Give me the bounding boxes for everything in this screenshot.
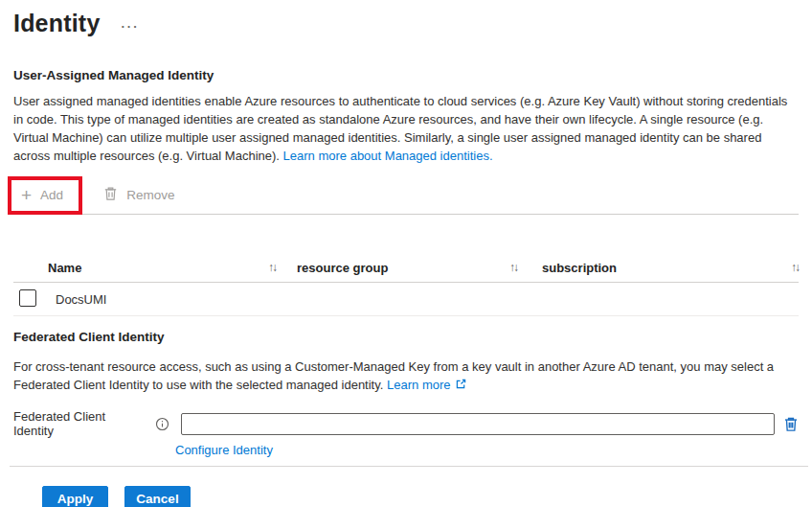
row-checkbox-cell: [13, 289, 48, 310]
remove-button[interactable]: Remove: [96, 180, 182, 210]
sort-icon[interactable]: ↑↓: [268, 261, 276, 274]
table-row[interactable]: DocsUMI: [13, 283, 799, 316]
federated-identity-field-row: Federated Client Identity: [13, 409, 799, 438]
umi-description: User assigned managed identities enable …: [13, 92, 799, 165]
row-name-cell: DocsUMI: [56, 292, 106, 307]
page-header: Identity ···: [13, 10, 799, 37]
footer-divider: [10, 466, 808, 467]
add-button-label: Add: [40, 188, 63, 202]
footer-actions: Apply Cancel: [42, 486, 799, 507]
umi-table-header: Name ↑↓ resource group ↑↓ subscription ↑…: [13, 253, 799, 283]
trash-icon: [103, 186, 118, 204]
column-name-label: Name: [48, 261, 81, 275]
federated-identity-input[interactable]: [181, 413, 775, 435]
umi-toolbar: + Add Remove: [13, 176, 799, 215]
federated-section-heading: Federated Client Identity: [13, 330, 799, 344]
managed-identities-learn-more-link[interactable]: Learn more about Managed identities.: [283, 149, 493, 163]
configure-identity-link[interactable]: Configure Identity: [175, 443, 273, 457]
page-title: Identity: [13, 10, 101, 37]
row-checkbox[interactable]: [19, 289, 36, 307]
column-subscription-label: subscription: [542, 261, 617, 275]
column-header-name[interactable]: Name ↑↓: [48, 261, 289, 275]
umi-section-heading: User-Assigned Managed Identity: [13, 68, 799, 82]
plus-icon: +: [21, 188, 32, 203]
configure-identity-row: Configure Identity: [175, 443, 799, 457]
federated-identity-field-label: Federated Client Identity: [13, 409, 147, 438]
annotation-highlight-box: + Add: [8, 176, 82, 215]
remove-button-label: Remove: [126, 188, 174, 202]
delete-identity-trash-icon[interactable]: [783, 416, 799, 432]
identity-page: Identity ··· User-Assigned Managed Ident…: [0, 0, 812, 507]
column-header-resource-group[interactable]: resource group ↑↓: [289, 261, 530, 275]
info-icon[interactable]: [155, 417, 169, 431]
ellipsis-icon: ···: [122, 19, 140, 34]
sort-icon[interactable]: ↑↓: [509, 261, 517, 274]
external-link-icon[interactable]: [456, 378, 466, 392]
column-header-subscription[interactable]: subscription ↑↓: [530, 261, 799, 275]
cancel-button[interactable]: Cancel: [124, 486, 191, 507]
umi-table: Name ↑↓ resource group ↑↓ subscription ↑…: [13, 253, 799, 316]
add-button[interactable]: + Add: [13, 182, 71, 209]
federated-description: For cross-tenant resource access, such a…: [13, 357, 799, 394]
more-options-button[interactable]: ···: [122, 22, 140, 32]
apply-button[interactable]: Apply: [42, 486, 108, 507]
sort-icon[interactable]: ↑↓: [791, 261, 799, 274]
column-resource-group-label: resource group: [297, 261, 388, 275]
federated-learn-more-link[interactable]: Learn more: [387, 378, 450, 392]
